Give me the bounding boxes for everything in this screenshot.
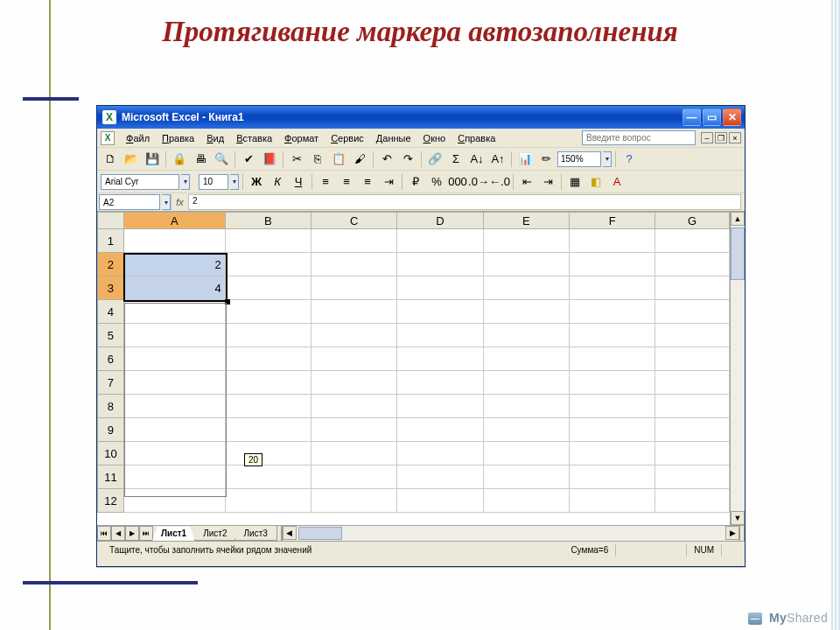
cell-D8[interactable] — [397, 395, 483, 418]
permission-icon[interactable]: 🔒 — [170, 150, 189, 168]
menu-формат[interactable]: Формат — [278, 131, 325, 145]
cell-F6[interactable] — [570, 347, 655, 371]
cell-B10[interactable] — [225, 442, 311, 466]
cell-F9[interactable] — [570, 418, 655, 442]
row-header-7[interactable]: 7 — [98, 371, 124, 395]
cell-D7[interactable] — [397, 371, 483, 395]
menu-файл[interactable]: Файл — [120, 131, 156, 145]
open-icon[interactable]: 📂 — [122, 150, 141, 168]
cell-E12[interactable] — [483, 489, 569, 513]
vertical-scrollbar[interactable]: ▲ ▼ — [730, 212, 745, 525]
cell-C8[interactable] — [312, 395, 397, 418]
cell-A3[interactable]: 4 — [123, 276, 225, 300]
cell-A11[interactable] — [123, 466, 225, 489]
cell-F11[interactable] — [570, 466, 655, 489]
cell-G6[interactable] — [655, 347, 730, 371]
sort-desc-icon[interactable]: A↑ — [488, 150, 508, 168]
cell-B6[interactable] — [225, 347, 311, 371]
scroll-down-icon[interactable]: ▼ — [731, 511, 745, 525]
cell-E11[interactable] — [483, 466, 569, 489]
help-icon[interactable]: ? — [620, 150, 639, 168]
cell-F5[interactable] — [570, 324, 655, 347]
cell-C10[interactable] — [312, 442, 397, 466]
cell-C7[interactable] — [312, 371, 397, 395]
cell-C9[interactable] — [312, 418, 397, 442]
new-icon[interactable]: 🗋 — [101, 150, 120, 168]
increase-indent-icon[interactable]: ⇥ — [538, 172, 557, 191]
cell-G1[interactable] — [655, 229, 730, 253]
cut-icon[interactable]: ✂ — [287, 150, 306, 168]
cell-B2[interactable] — [225, 253, 311, 276]
row-header-6[interactable]: 6 — [98, 347, 124, 371]
cell-D4[interactable] — [397, 300, 483, 324]
row-header-4[interactable]: 4 — [98, 300, 124, 324]
align-center-icon[interactable]: ≡ — [337, 172, 356, 191]
scroll-left-icon[interactable]: ◀ — [283, 526, 297, 540]
size-dropdown-icon[interactable]: ▾ — [230, 174, 239, 190]
decrease-decimal-icon[interactable]: ←.0 — [490, 172, 509, 191]
fx-icon[interactable]: fx — [171, 194, 188, 210]
menu-окно[interactable]: Окно — [417, 131, 452, 145]
underline-button[interactable]: Ч — [289, 172, 308, 191]
cell-E4[interactable] — [483, 300, 569, 324]
cell-F3[interactable] — [570, 276, 655, 300]
cell-F7[interactable] — [570, 371, 655, 395]
row-header-2[interactable]: 2 — [98, 253, 124, 276]
zoom-dropdown-icon[interactable]: ▾ — [603, 151, 612, 167]
mdi-close[interactable]: × — [729, 132, 741, 144]
cell-G5[interactable] — [655, 324, 730, 347]
cell-A12[interactable] — [123, 489, 225, 513]
control-menu-icon[interactable]: X — [101, 131, 115, 145]
cell-G2[interactable] — [655, 253, 730, 276]
col-header-F[interactable]: F — [570, 213, 655, 229]
col-header-G[interactable]: G — [655, 213, 730, 229]
align-left-icon[interactable]: ≡ — [316, 172, 335, 191]
print-icon[interactable]: 🖶 — [191, 150, 210, 168]
cell-B9[interactable] — [225, 418, 311, 442]
cell-B7[interactable] — [225, 371, 311, 395]
cell-B8[interactable] — [225, 395, 311, 418]
cell-B11[interactable] — [225, 466, 311, 489]
sheet-tab-Лист1[interactable]: Лист1 — [152, 527, 195, 541]
cell-A10[interactable] — [123, 442, 225, 466]
bold-button[interactable]: Ж — [247, 172, 266, 191]
v-scroll-thumb[interactable] — [731, 228, 745, 280]
cell-D11[interactable] — [397, 466, 483, 489]
zoom-combo[interactable]: 150% — [557, 151, 601, 167]
cell-F1[interactable] — [570, 229, 655, 253]
cell-A4[interactable] — [123, 300, 225, 324]
cell-A9[interactable] — [123, 418, 225, 442]
tab-next-icon[interactable]: ▶ — [125, 526, 139, 541]
fill-color-icon[interactable]: ◧ — [586, 172, 606, 191]
undo-icon[interactable]: ↶ — [377, 150, 396, 168]
cell-C3[interactable] — [312, 276, 397, 300]
cell-E3[interactable] — [483, 276, 569, 300]
spreadsheet-grid[interactable]: ABCDEFG12234456789101112 — [97, 212, 730, 513]
font-size-combo[interactable]: 10 — [199, 174, 228, 190]
font-dropdown-icon[interactable]: ▾ — [181, 174, 190, 190]
cell-C12[interactable] — [312, 489, 397, 513]
cell-D5[interactable] — [397, 324, 483, 347]
cell-B1[interactable] — [225, 229, 311, 253]
cell-G8[interactable] — [655, 395, 730, 418]
scroll-up-icon[interactable]: ▲ — [731, 212, 745, 226]
mdi-minimize[interactable]: – — [701, 132, 713, 144]
cell-C2[interactable] — [312, 253, 397, 276]
menu-вид[interactable]: Вид — [200, 131, 230, 145]
font-combo[interactable]: Arial Cyr — [101, 174, 179, 190]
cell-D10[interactable] — [397, 442, 483, 466]
cell-G12[interactable] — [655, 489, 730, 513]
currency-icon[interactable]: ₽ — [406, 172, 425, 191]
cell-G10[interactable] — [655, 442, 730, 466]
cell-A7[interactable] — [123, 371, 225, 395]
cell-G11[interactable] — [655, 466, 730, 489]
cell-B3[interactable] — [225, 276, 311, 300]
format-painter-icon[interactable]: 🖌 — [350, 150, 369, 168]
row-header-1[interactable]: 1 — [98, 229, 124, 253]
cell-G7[interactable] — [655, 371, 730, 395]
help-search-input[interactable] — [582, 130, 696, 145]
row-header-3[interactable]: 3 — [98, 276, 124, 300]
cell-G9[interactable] — [655, 418, 730, 442]
fill-handle[interactable] — [225, 299, 230, 304]
cell-B5[interactable] — [225, 324, 311, 347]
